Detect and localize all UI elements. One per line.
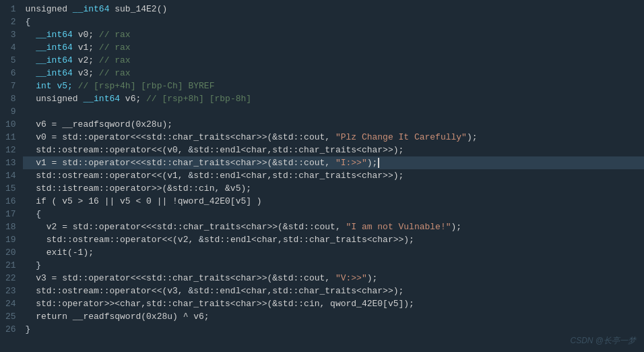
token: __int64 v2; xyxy=(26,54,99,67)
code-lines[interactable]: unsigned __int64 sub_14E2(){ __int64 v0;… xyxy=(23,0,644,352)
token: // [rsp+4h] [rbp-Ch] BYREF xyxy=(78,80,215,92)
line-number: 9 xyxy=(5,105,16,118)
token: "I am not Vulnable!" xyxy=(346,221,451,233)
line-number: 16 xyxy=(5,195,16,208)
token: std::endl<char,std::char_traits<char>>); xyxy=(193,285,404,297)
code-line: } xyxy=(23,259,644,272)
token: & xyxy=(199,233,204,246)
code-line xyxy=(23,105,644,118)
token: & xyxy=(188,144,193,156)
token: // rax xyxy=(99,54,131,67)
token: // rax xyxy=(99,41,131,54)
token: int v5; xyxy=(26,80,78,92)
token: "V:>>" xyxy=(335,272,367,285)
code-line: v6 = __readfsqword(0x28u); xyxy=(23,118,644,131)
code-line: unsigned __int64 sub_14E2() xyxy=(23,3,644,16)
token: v3 = std::operator<<<std::char_traits<ch… xyxy=(26,272,335,285)
code-line: v2 = std::operator<<<std::char_traits<ch… xyxy=(23,221,644,233)
code-line: std::ostream::operator<<(v2, &std::endl<… xyxy=(23,233,644,246)
text-cursor xyxy=(378,158,379,168)
code-line: if ( v5 > 16 || v5 < 0 || !qword_42E0[v5… xyxy=(23,195,644,208)
token: ); xyxy=(367,272,378,285)
token: std::ostream::operator<<(v3, xyxy=(26,285,189,297)
code-line: v3 = std::operator<<<std::char_traits<ch… xyxy=(23,272,644,285)
token: & xyxy=(188,169,193,182)
line-number: 25 xyxy=(5,310,16,323)
token: // [rsp+8h] [rbp-8h] xyxy=(146,92,251,105)
line-number: 19 xyxy=(5,233,16,246)
token: std::ostream::operator<<(v0, xyxy=(26,144,189,156)
token: v1 = std::operator<<<std::char_traits<ch… xyxy=(26,156,335,169)
token: exit(-1); xyxy=(26,246,94,259)
token: ); xyxy=(467,131,478,144)
line-number: 18 xyxy=(5,221,16,233)
line-number: 3 xyxy=(5,28,16,41)
line-number: 14 xyxy=(5,169,16,182)
token: } xyxy=(26,259,41,272)
token: std::istream::operator>>(&std::cin, &v5)… xyxy=(26,182,251,195)
code-line: std::ostream::operator<<(v3, &std::endl<… xyxy=(23,285,644,297)
token: v0 = std::operator<<<std::char_traits<ch… xyxy=(26,131,335,144)
line-number: 13 xyxy=(5,156,16,169)
token: // rax xyxy=(99,67,131,80)
token: "Plz Change It Carefully" xyxy=(335,131,467,144)
code-line: std::operator>><char,std::char_traits<ch… xyxy=(23,297,644,310)
token: { xyxy=(26,16,31,28)
line-number: 23 xyxy=(5,285,16,297)
code-line: } xyxy=(23,323,644,336)
line-number: 10 xyxy=(5,118,16,131)
token: unsigned __int64 sub_14E2() xyxy=(26,3,168,16)
code-line: std::ostream::operator<<(v1, &std::endl<… xyxy=(23,169,644,182)
line-number: 21 xyxy=(5,259,16,272)
token: v6 = __readfsqword(0x28u); xyxy=(26,118,172,131)
line-number: 12 xyxy=(5,144,16,156)
line-number: 5 xyxy=(5,54,16,67)
token: "I:>>" xyxy=(335,156,367,169)
token: { xyxy=(26,208,41,221)
line-number: 17 xyxy=(5,208,16,221)
token: unsigned __int64 v6; xyxy=(26,92,146,105)
code-area: 1234567891011121314151617181920212223242… xyxy=(0,0,644,352)
token: // rax xyxy=(99,28,131,41)
code-line: exit(-1); xyxy=(23,246,644,259)
line-number: 8 xyxy=(5,92,16,105)
line-number: 7 xyxy=(5,80,16,92)
token: ); xyxy=(451,221,462,233)
token: return __readfsqword(0x28u) ^ v6; xyxy=(26,310,210,323)
token: std::endl<char,std::char_traits<char>>); xyxy=(193,144,404,156)
code-line: __int64 v2; // rax xyxy=(23,54,644,67)
code-line: int v5; // [rsp+4h] [rbp-Ch] BYREF xyxy=(23,80,644,92)
line-number: 26 xyxy=(5,323,16,336)
token: std::ostream::operator<<(v2, xyxy=(26,233,199,246)
watermark: CSDN @长亭一梦 xyxy=(570,335,636,347)
token: if ( v5 > 16 || v5 < 0 || !qword_42E0[v5… xyxy=(26,195,262,208)
code-line: v0 = std::operator<<<std::char_traits<ch… xyxy=(23,131,644,144)
token: std::ostream::operator<<(v1, xyxy=(26,169,189,182)
line-number: 24 xyxy=(5,297,16,310)
token: std::operator>><char,std::char_traits<ch… xyxy=(26,297,414,310)
code-line: __int64 v0; // rax xyxy=(23,28,644,41)
token: & xyxy=(188,285,193,297)
code-line: { xyxy=(23,208,644,221)
code-line: __int64 v3; // rax xyxy=(23,67,644,80)
line-numbers: 1234567891011121314151617181920212223242… xyxy=(0,0,23,352)
line-number: 1 xyxy=(5,3,16,16)
line-number: 22 xyxy=(5,272,16,285)
line-number: 15 xyxy=(5,182,16,195)
code-line: std::istream::operator>>(&std::cin, &v5)… xyxy=(23,182,644,195)
line-number: 11 xyxy=(5,131,16,144)
line-number: 6 xyxy=(5,67,16,80)
line-number: 20 xyxy=(5,246,16,259)
token: } xyxy=(26,323,31,336)
token: __int64 v3; xyxy=(26,67,99,80)
token: v2 = std::operator<<<std::char_traits<ch… xyxy=(26,221,346,233)
code-line: __int64 v1; // rax xyxy=(23,41,644,54)
code-line: { xyxy=(23,16,644,28)
code-container: 1234567891011121314151617181920212223242… xyxy=(0,0,644,352)
token: std::endl<char,std::char_traits<char>>); xyxy=(204,233,414,246)
code-line: return __readfsqword(0x28u) ^ v6; xyxy=(23,310,644,323)
code-line: v1 = std::operator<<<std::char_traits<ch… xyxy=(23,156,644,169)
code-line: std::ostream::operator<<(v0, &std::endl<… xyxy=(23,144,644,156)
token: __int64 v1; xyxy=(26,41,99,54)
token: std::endl<char,std::char_traits<char>>); xyxy=(193,169,404,182)
